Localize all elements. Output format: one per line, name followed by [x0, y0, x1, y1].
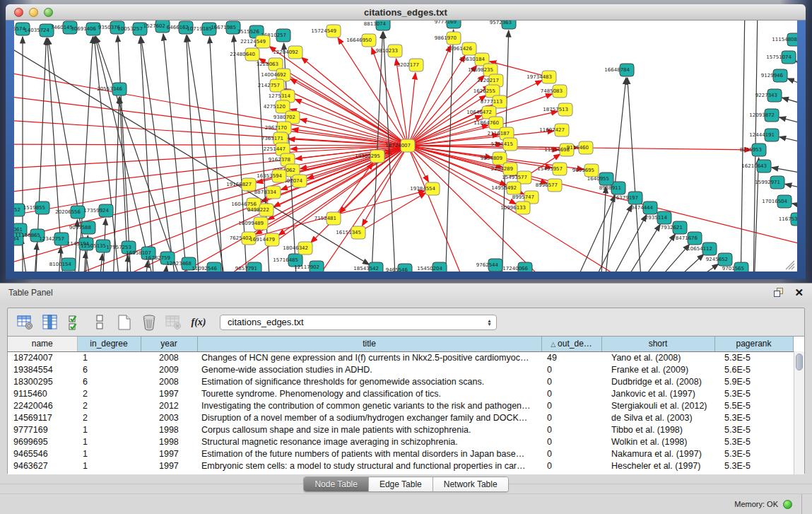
graph-edge[interactable] — [14, 144, 408, 146]
graph-edge[interactable] — [83, 252, 86, 271]
table-cell[interactable]: 0 — [541, 387, 601, 399]
graph-edge[interactable] — [58, 247, 61, 271]
graph-edge[interactable] — [14, 42, 370, 264]
graph-edge[interactable] — [782, 98, 797, 109]
table-cell[interactable]: 6 — [77, 375, 141, 387]
table-cell[interactable]: Changes of HCN gene expression and I(f) … — [197, 351, 541, 363]
graph-edge[interactable] — [785, 184, 797, 192]
graph-edge[interactable] — [99, 254, 102, 271]
table-cell[interactable]: 9463627 — [8, 460, 77, 472]
graph-edge[interactable] — [408, 146, 797, 247]
table-vertical-scrollbar[interactable] — [794, 351, 804, 474]
table-cell[interactable]: Disruption of a novel member of a sodium… — [197, 411, 541, 424]
delete-icon[interactable] — [140, 314, 158, 331]
table-cell[interactable]: Yano et al. (2008) — [601, 351, 714, 363]
graph-edge[interactable] — [787, 78, 797, 91]
float-window-icon[interactable] — [774, 288, 784, 298]
tab-node-table[interactable]: Node Table — [304, 477, 369, 491]
table-row[interactable]: 911546021997Tourette syndrome. Phenomeno… — [8, 387, 793, 399]
graph-edge[interactable] — [682, 264, 719, 271]
graph-edge[interactable] — [772, 168, 797, 176]
table-row[interactable]: 2242004622012Investigating the contribut… — [8, 399, 793, 411]
table-cell[interactable]: 0 — [541, 436, 601, 448]
graph-edge[interactable] — [779, 137, 797, 146]
table-cell[interactable]: Embryonic stem cells: a model to study s… — [197, 460, 541, 472]
table-cell[interactable]: Genome-wide association studies in ADHD. — [197, 363, 541, 375]
table-cell[interactable]: 5.3E-5 — [714, 448, 793, 460]
graph-edge[interactable] — [118, 35, 131, 271]
graph-edge[interactable] — [94, 37, 120, 271]
graph-edge[interactable] — [779, 117, 797, 128]
table-cell[interactable]: 9699695 — [8, 436, 77, 448]
graph-edge[interactable] — [14, 119, 408, 146]
graph-edge[interactable] — [14, 95, 408, 146]
graph-edge[interactable] — [590, 205, 632, 271]
table-cell[interactable]: 22420046 — [8, 399, 77, 411]
column-header[interactable]: pagerank — [714, 337, 793, 351]
table-cell[interactable]: 9115460 — [8, 387, 77, 399]
table-cell[interactable]: 1997 — [141, 448, 197, 460]
table-row[interactable]: 977716911998Corpus callosum shape and si… — [8, 424, 793, 436]
canvas-resize-grip[interactable] — [786, 261, 794, 269]
table-cell[interactable]: 5.5E-5 — [714, 399, 793, 411]
function-builder-icon[interactable]: f(x) — [189, 314, 208, 331]
table-cell[interactable]: 18724007 — [8, 351, 77, 363]
graph-edge[interactable] — [572, 195, 615, 271]
table-row[interactable]: 1938455462009Genome-wide association stu… — [8, 363, 793, 375]
graph-edge[interactable] — [796, 61, 797, 74]
table-cell[interactable]: 5.3E-5 — [714, 424, 793, 436]
table-cell[interactable]: 5.3E-5 — [714, 411, 793, 424]
table-row[interactable]: 969969511998Structural magnetic resonanc… — [8, 436, 793, 448]
table-cell[interactable]: 1 — [77, 448, 141, 460]
table-cell[interactable]: Jankovic et al. (1997) — [601, 387, 714, 399]
table-cell[interactable]: 19384554 — [8, 363, 77, 375]
select-column-icon[interactable] — [41, 314, 59, 331]
table-cell[interactable]: 1997 — [141, 387, 197, 399]
table-cell[interactable]: 6 — [77, 363, 141, 375]
table-cell[interactable]: 0 — [541, 363, 601, 375]
unselect-all-icon[interactable] — [90, 314, 109, 331]
table-cell[interactable]: Dudbridge et al. (2008) — [601, 375, 714, 387]
table-cell[interactable]: 0 — [541, 424, 601, 436]
graph-edge[interactable] — [14, 70, 408, 146]
table-cell[interactable]: 1 — [77, 436, 141, 448]
column-header[interactable]: title — [197, 337, 541, 351]
scrollbar-thumb[interactable] — [796, 354, 803, 370]
table-cell[interactable]: Franke et al. (2009) — [601, 363, 714, 375]
table-cell[interactable]: 5.3E-5 — [714, 351, 793, 363]
table-cell[interactable]: Tibbo et al. (1998) — [601, 424, 714, 436]
graph-edge[interactable] — [408, 146, 466, 271]
column-header[interactable]: year — [141, 337, 197, 351]
table-cell[interactable]: 1998 — [141, 436, 197, 448]
column-header[interactable]: name — [8, 337, 77, 351]
table-cell[interactable]: 2003 — [141, 411, 197, 424]
table-row[interactable]: 1830029562008Estimation of significance … — [8, 375, 793, 387]
table-cell[interactable]: 0 — [541, 460, 601, 472]
graph-edge[interactable] — [666, 254, 704, 271]
table-cell[interactable]: Structural magnetic resonance image aver… — [197, 436, 541, 448]
table-cell[interactable]: 2 — [77, 411, 141, 424]
network-view-window[interactable]: citations_edges.txt 24055741403572474601… — [6, 4, 806, 279]
table-cell[interactable]: 0 — [541, 375, 601, 387]
table-cell[interactable]: Stergiakouli et al. (2012) — [601, 399, 714, 411]
table-cell[interactable]: Nakamura et al. (1997) — [601, 448, 714, 460]
graph-edge[interactable] — [78, 37, 93, 271]
table-cell[interactable]: 49 — [541, 351, 601, 363]
table-cell[interactable]: 2008 — [141, 351, 197, 363]
column-header[interactable]: short — [601, 337, 714, 351]
table-cell[interactable]: Wolkin et al. (1998) — [601, 436, 714, 448]
select-all-icon[interactable] — [66, 314, 84, 331]
new-file-icon[interactable] — [115, 314, 134, 331]
network-graph[interactable]: 2405574140357247460145306914069350376100… — [14, 21, 797, 271]
table-cell[interactable]: 9777169 — [8, 424, 77, 436]
table-row[interactable]: 1456911722003Disruption of a novel membe… — [8, 411, 793, 424]
table-column-settings-icon[interactable] — [16, 314, 35, 331]
graph-edge[interactable] — [396, 59, 408, 146]
table-cell[interactable]: 2 — [77, 387, 141, 399]
table-cell[interactable]: 2 — [77, 399, 141, 411]
table-cell[interactable]: 1998 — [141, 424, 197, 436]
graph-edge[interactable] — [606, 215, 647, 271]
window-titlebar[interactable]: citations_edges.txt — [6, 4, 806, 21]
table-cell[interactable]: 5.3E-5 — [714, 436, 793, 448]
column-header[interactable]: △out_de… — [541, 337, 601, 351]
